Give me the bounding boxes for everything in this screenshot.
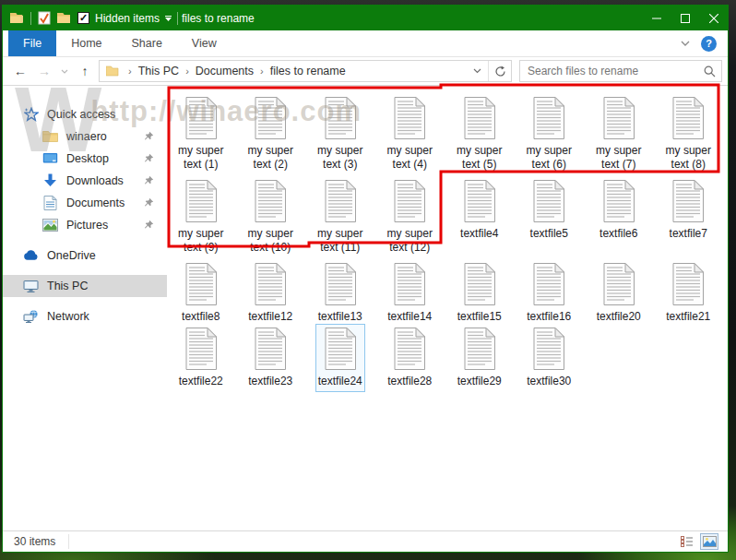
sidebar-item[interactable]: Downloads: [3, 170, 167, 192]
address-dropdown-chevron-icon[interactable]: [466, 61, 488, 81]
maximize-button[interactable]: [671, 6, 699, 30]
breadcrumb-separator-icon: ›: [179, 66, 196, 77]
file-item-my-super-text-9-[interactable]: my super text (9): [166, 176, 236, 259]
sidebar-item[interactable]: Pictures: [3, 214, 167, 236]
file-item-my-super-text-1-[interactable]: my super text (1): [166, 93, 236, 176]
file-item-textfile24[interactable]: textfile24: [305, 324, 375, 388]
close-button[interactable]: [699, 6, 728, 30]
file-item-textfile21[interactable]: textfile21: [654, 259, 724, 324]
file-name: textfile13: [318, 310, 362, 324]
file-item-textfile22[interactable]: textfile22: [166, 324, 236, 388]
qat-rename-check-icon[interactable]: [37, 11, 52, 26]
file-item-my-super-text-3-[interactable]: my super text (3): [305, 93, 375, 176]
ribbon-tab-label: View: [192, 37, 217, 50]
up-button[interactable]: ↑: [75, 61, 95, 81]
sidebar-item[interactable]: Desktop: [3, 148, 167, 170]
back-button[interactable]: ←: [10, 61, 30, 81]
file-name: my super text (8): [666, 144, 711, 172]
file-item-textfile16[interactable]: textfile16: [515, 259, 585, 324]
text-document-icon: [318, 327, 362, 371]
file-item-textfile20[interactable]: textfile20: [584, 259, 654, 324]
file-item-textfile13[interactable]: textfile13: [305, 259, 375, 324]
sidebar-item[interactable]: winaero: [3, 125, 167, 148]
sidebar-item[interactable]: Quick access: [3, 103, 167, 125]
text-document-icon: [527, 96, 571, 140]
file-name: textfile15: [457, 310, 502, 324]
navigation-pane: Quick access winaero Desktop: [3, 86, 167, 530]
text-document-icon: [387, 327, 432, 371]
breadcrumb-item[interactable]: › This PC: [122, 65, 179, 77]
ribbon-tab-label: Share: [132, 37, 162, 50]
file-item-textfile12[interactable]: textfile12: [236, 259, 306, 324]
file-name: textfile12: [248, 310, 292, 324]
address-row: ← → ↑ › This PC › Documents: [3, 56, 728, 86]
file-item-my-super-text-5-[interactable]: my super text (5): [445, 93, 515, 176]
ribbon-tabs: File Home Share View: [3, 30, 231, 56]
file-name: textfile8: [182, 310, 220, 324]
pin-icon: [144, 131, 154, 141]
sidebar-item[interactable]: This PC: [3, 275, 167, 297]
file-item-textfile29[interactable]: textfile29: [445, 324, 515, 388]
search-input[interactable]: [528, 65, 704, 77]
file-name: textfile28: [387, 375, 432, 388]
file-item-my-super-text-12-[interactable]: my super text (12): [375, 176, 445, 259]
file-item-textfile6[interactable]: textfile6: [584, 176, 654, 259]
ribbon-tab[interactable]: Share: [117, 30, 177, 56]
hidden-items-checkbox[interactable]: ✓: [77, 12, 89, 24]
help-button[interactable]: ?: [701, 36, 717, 52]
file-name: textfile7: [670, 227, 707, 241]
file-name: textfile23: [248, 375, 292, 388]
file-item-textfile7[interactable]: textfile7: [654, 176, 724, 259]
file-item-my-super-text-8-[interactable]: my super text (8): [654, 93, 724, 176]
pictures-icon: [42, 218, 58, 233]
file-item-my-super-text-10-[interactable]: my super text (10): [236, 176, 306, 259]
downloads-icon: [42, 173, 58, 189]
folder-icon: [42, 129, 58, 145]
details-view-button[interactable]: [678, 533, 696, 550]
breadcrumb-item[interactable]: › files to rename: [254, 65, 346, 77]
qat-new-folder-icon[interactable]: [57, 11, 72, 26]
file-name: textfile30: [527, 375, 571, 388]
large-icons-view-button[interactable]: [700, 533, 718, 550]
address-bar[interactable]: › This PC › Documents › files to rename: [99, 60, 512, 82]
file-item-textfile23[interactable]: textfile23: [236, 324, 306, 388]
minimize-button[interactable]: [642, 6, 671, 30]
forward-button[interactable]: →: [34, 61, 54, 81]
file-item-my-super-text-11-[interactable]: my super text (11): [305, 176, 375, 259]
sidebar-item[interactable]: OneDrive: [3, 244, 167, 267]
file-item-textfile15[interactable]: textfile15: [445, 259, 515, 324]
sidebar-item[interactable]: Documents: [3, 192, 167, 214]
file-item-textfile4[interactable]: textfile4: [445, 176, 515, 259]
file-name: my super text (12): [387, 227, 433, 255]
file-item-my-super-text-4-[interactable]: my super text (4): [375, 93, 445, 176]
text-document-icon: [597, 96, 641, 140]
search-icon[interactable]: [704, 66, 716, 77]
file-name: my super text (10): [248, 227, 293, 255]
onedrive-icon: [23, 248, 39, 264]
minimize-ribbon-chevron-icon[interactable]: [681, 41, 690, 46]
pin-icon: [144, 175, 154, 185]
breadcrumb-item[interactable]: › Documents: [179, 65, 254, 77]
file-item-my-super-text-2-[interactable]: my super text (2): [236, 93, 306, 176]
ribbon-tab[interactable]: Home: [56, 30, 116, 56]
file-item-textfile30[interactable]: textfile30: [515, 324, 585, 388]
text-document-icon: [248, 179, 292, 223]
recent-locations-chevron-icon[interactable]: [58, 61, 71, 81]
file-item-textfile28[interactable]: textfile28: [375, 324, 445, 388]
file-item-textfile8[interactable]: textfile8: [166, 259, 236, 324]
refresh-button[interactable]: [489, 61, 511, 81]
file-item-textfile5[interactable]: textfile5: [515, 176, 585, 259]
ribbon-tab[interactable]: View: [177, 30, 231, 56]
sidebar-item[interactable]: Network: [3, 305, 167, 328]
ribbon-tab-row: File Home Share View ?: [3, 30, 728, 56]
file-item-my-super-text-7-[interactable]: my super text (7): [584, 93, 654, 176]
text-document-icon: [527, 262, 571, 306]
file-name: my super text (4): [387, 144, 433, 172]
location-folder-icon: [105, 64, 120, 78]
file-item-my-super-text-6-[interactable]: my super text (6): [515, 93, 585, 176]
ribbon-tab[interactable]: File: [8, 30, 56, 56]
text-document-icon: [457, 96, 502, 140]
qat-customize-chevron-icon[interactable]: [165, 16, 172, 21]
main-area: Quick access winaero Desktop: [3, 86, 728, 530]
file-item-textfile14[interactable]: textfile14: [375, 259, 445, 324]
